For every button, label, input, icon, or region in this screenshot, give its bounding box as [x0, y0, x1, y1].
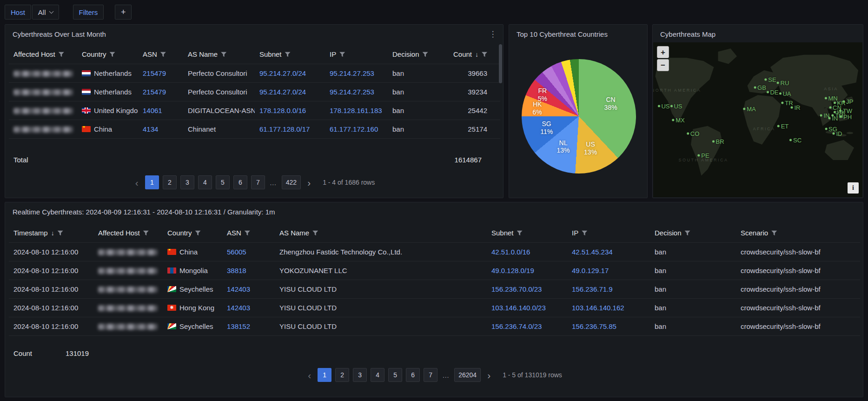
asn-link[interactable]: 142403 [227, 304, 250, 312]
filter-icon[interactable] [517, 230, 523, 236]
filter-icon[interactable] [110, 52, 115, 57]
col-header-as-name[interactable]: AS Name [275, 224, 487, 242]
col-header-country[interactable]: Country [77, 45, 138, 64]
col-header-country[interactable]: Country [163, 224, 222, 242]
col-header-asn[interactable]: ASN [222, 224, 275, 242]
page-button-1[interactable]: 1 [145, 175, 159, 189]
filter-icon[interactable] [685, 230, 690, 236]
asn-link[interactable]: 38818 [227, 267, 246, 274]
map-marker-mx[interactable]: MX [672, 116, 685, 123]
col-header-affected-host[interactable]: Affected Host [93, 224, 163, 242]
zoom-out-button[interactable]: − [657, 59, 669, 71]
map-marker-se[interactable]: SE [764, 76, 776, 83]
map-marker-ph[interactable]: PH [840, 113, 852, 120]
col-header-subnet[interactable]: Subnet [255, 45, 325, 64]
map-marker-jp[interactable]: JP [842, 98, 853, 105]
map-marker-ua[interactable]: UA [779, 90, 791, 97]
map-marker-pe[interactable]: PE [697, 152, 709, 159]
map-marker-br[interactable]: BR [712, 138, 724, 145]
page-button-3[interactable]: 3 [353, 368, 367, 382]
col-header-timestamp[interactable]: Timestamp↓ [9, 224, 93, 242]
asn-link[interactable]: 215479 [143, 88, 166, 96]
sort-desc-icon[interactable]: ↓ [475, 51, 478, 58]
asn-link[interactable]: 56005 [227, 248, 246, 256]
next-page-button[interactable]: › [485, 370, 492, 380]
col-header-decision[interactable]: Decision [388, 45, 438, 64]
ip-link[interactable]: 49.0.129.17 [572, 267, 609, 274]
panel-menu-icon[interactable]: ⋮ [487, 28, 498, 40]
page-button-5[interactable]: 5 [216, 175, 230, 189]
map-marker-id[interactable]: ID [833, 130, 842, 137]
ip-link[interactable]: 103.146.140.162 [572, 304, 624, 312]
col-header-as-name[interactable]: AS Name [183, 45, 255, 64]
subnet-link[interactable]: 103.146.140.0/23 [491, 304, 546, 312]
scrollbar-thumb[interactable] [499, 44, 502, 83]
filter-icon[interactable] [582, 230, 587, 236]
asn-link[interactable]: 138152 [227, 322, 250, 330]
page-button-7[interactable]: 7 [251, 175, 265, 189]
asn-link[interactable]: 142403 [227, 285, 250, 293]
col-header-ip[interactable]: IP [567, 224, 650, 242]
world-map[interactable]: NORTH AMERICASOUTH AMERICAAFRICAASIA SER… [653, 42, 862, 197]
subnet-link[interactable]: 42.51.0.0/16 [491, 248, 530, 256]
filter-icon[interactable] [423, 52, 428, 57]
ip-link[interactable]: 61.177.172.160 [330, 125, 378, 133]
filter-icon[interactable] [160, 52, 166, 57]
col-header-ip[interactable]: IP [325, 45, 388, 64]
asn-link[interactable]: 4134 [143, 125, 158, 133]
col-header-count[interactable]: Count↓ [438, 45, 500, 64]
map-marker-gb[interactable]: GB [754, 84, 766, 91]
col-header-subnet[interactable]: Subnet [487, 224, 567, 242]
zoom-in-button[interactable]: + [657, 46, 669, 58]
map-marker-de[interactable]: DE [766, 88, 778, 95]
subnet-link[interactable]: 61.177.128.0/17 [259, 125, 310, 133]
add-filter-button[interactable]: + [115, 5, 132, 20]
filter-icon[interactable] [771, 230, 777, 236]
subnet-link[interactable]: 156.236.70.0/23 [491, 285, 542, 293]
sort-desc-icon[interactable]: ↓ [51, 229, 54, 237]
filter-icon[interactable] [58, 230, 63, 236]
page-button-1[interactable]: 1 [318, 368, 331, 382]
filter-icon[interactable] [195, 230, 201, 236]
filter-icon[interactable] [339, 52, 345, 57]
ip-link[interactable]: 95.214.27.253 [330, 88, 374, 96]
map-marker-us[interactable]: US [657, 102, 669, 109]
filter-icon[interactable] [221, 52, 226, 57]
asn-link[interactable]: 215479 [143, 69, 166, 77]
prev-page-button[interactable]: ‹ [133, 178, 140, 187]
filter-icon[interactable] [482, 52, 487, 57]
filter-icon[interactable] [312, 230, 318, 236]
subnet-link[interactable]: 95.214.27.0/24 [259, 88, 306, 96]
map-marker-ma[interactable]: MA [743, 106, 756, 113]
page-button-2[interactable]: 2 [163, 175, 177, 189]
map-marker-ru[interactable]: RU [777, 79, 789, 86]
subnet-link[interactable]: 178.128.0.0/16 [259, 107, 306, 114]
page-button-3[interactable]: 3 [180, 175, 194, 189]
filter-icon[interactable] [285, 52, 291, 57]
col-header-asn[interactable]: ASN [138, 45, 183, 64]
filter-icon[interactable] [143, 230, 149, 236]
map-marker-et[interactable]: ET [777, 122, 789, 129]
ip-link[interactable]: 42.51.45.234 [572, 248, 613, 256]
ip-link[interactable]: 156.236.71.9 [572, 285, 613, 293]
map-marker-ir[interactable]: IR [791, 104, 801, 111]
page-button-5[interactable]: 5 [388, 368, 402, 382]
ip-link[interactable]: 178.128.161.183 [330, 107, 382, 114]
ip-link[interactable]: 95.214.27.253 [330, 69, 374, 77]
last-page-button[interactable]: 422 [282, 175, 301, 189]
variable-host-dropdown[interactable]: All [32, 5, 59, 20]
col-header-scenario[interactable]: Scenario [736, 224, 860, 242]
ip-link[interactable]: 156.236.75.85 [572, 322, 616, 330]
map-attribution-button[interactable]: i [848, 182, 859, 194]
map-marker-us[interactable]: US [670, 102, 682, 109]
subnet-link[interactable]: 156.236.74.0/23 [491, 322, 542, 330]
page-button-2[interactable]: 2 [335, 368, 349, 382]
page-button-4[interactable]: 4 [198, 175, 212, 189]
page-button-6[interactable]: 6 [233, 175, 247, 189]
subnet-link[interactable]: 95.214.27.0/24 [259, 69, 306, 77]
last-page-button[interactable]: 26204 [454, 368, 481, 382]
filter-icon[interactable] [59, 52, 64, 57]
subnet-link[interactable]: 49.0.128.0/19 [491, 267, 534, 274]
col-header-affected-host[interactable]: Affected Host [9, 45, 77, 64]
col-header-decision[interactable]: Decision [650, 224, 736, 242]
